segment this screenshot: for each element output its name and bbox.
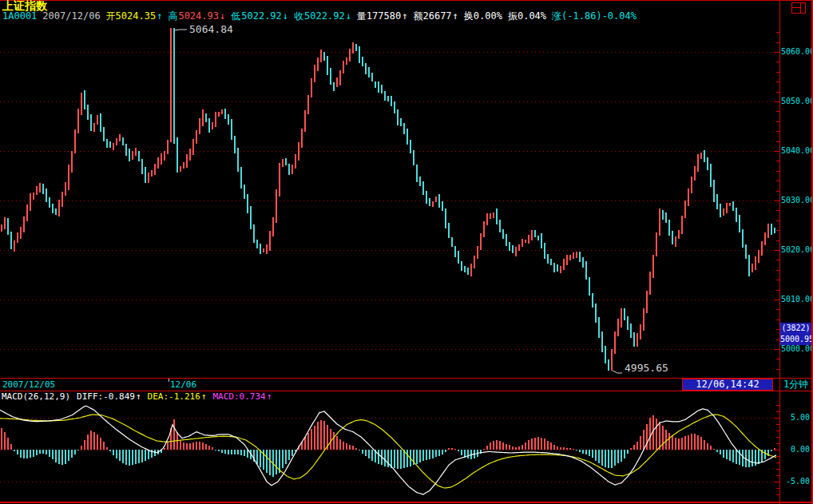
kline-window-icon[interactable]: [791, 2, 806, 14]
quote-segment: 振0.04%: [508, 10, 546, 22]
price-axis-tick: [774, 151, 779, 152]
price-axis-tick: [776, 32, 779, 33]
price-axis-label: 5000.00: [781, 344, 813, 354]
macd-axis-label: -5.00: [781, 477, 810, 486]
price-axis-tick: [776, 171, 779, 172]
price-axis-tick: [776, 111, 779, 112]
price-axis-tick: [776, 329, 779, 330]
quote-segment: DEA:-1.216: [148, 391, 200, 402]
price-axis-tick: [774, 300, 779, 300]
macd-axis-tick: [776, 424, 779, 425]
quote-segment: ↑: [201, 391, 207, 402]
price-axis-tick: [774, 349, 779, 350]
price-axis-line: [779, 0, 780, 504]
candlestick-chart[interactable]: 5064.84 4995.65: [0, 22, 779, 379]
macd-axis-tick: [776, 437, 779, 438]
session-tick-mark: [169, 379, 169, 382]
quote-segment: 低: [231, 10, 240, 22]
price-axis-tick: [776, 339, 779, 340]
quote-segment: ↑: [453, 10, 458, 22]
quote-segment: MACD:0.734: [212, 391, 265, 402]
macd-indicator-panel[interactable]: [0, 391, 779, 502]
price-axis-label: 5050.00: [781, 97, 813, 106]
price-axis-label: 5030.00: [781, 196, 813, 205]
quote-segment: ↓: [283, 10, 288, 22]
quote-segment: MACD(26,12,9): [2, 391, 70, 402]
quote-segment: 开5024.35: [106, 10, 157, 22]
macd-axis-label: 5.00: [781, 413, 810, 423]
macd-axis-tick: [776, 469, 779, 470]
macd-axis-tick: [776, 488, 779, 489]
macd-axis-tick: [776, 475, 779, 476]
price-axis-tick: [776, 81, 779, 82]
quote-summary-bar: 1A00012007/12/06开5024.35↑高5024.93↓低5022.…: [2, 11, 637, 22]
price-axis-tick: [776, 42, 779, 43]
macd-axis-tick: [776, 494, 779, 495]
price-axis-tick: [774, 101, 779, 102]
bottom-border: [0, 502, 813, 503]
price-axis-tick: [776, 181, 779, 181]
price-axis-tick: [774, 200, 779, 201]
macd-axis-label: 0.00: [781, 445, 810, 454]
price-axis-tick: [776, 72, 779, 73]
price-axis-tick: [776, 230, 779, 231]
diff-line: [0, 406, 776, 494]
price-axis-tick: [776, 131, 779, 132]
macd-axis-tick: [774, 450, 779, 450]
quote-segment: 1A0001: [2, 10, 37, 22]
macd-axis-tick: [776, 411, 779, 412]
quote-segment: 收: [294, 10, 303, 22]
price-axis-tick: [776, 319, 779, 320]
macd-axis-tick: [776, 405, 779, 406]
price-axis-label: 5010.00: [781, 295, 813, 304]
macd-readout-bar: MACD(26,12,9)DIFF:-0.849↑DEA:-1.216↑MACD…: [2, 391, 272, 402]
quote-segment: 2007/12/06: [42, 10, 100, 22]
macd-axis-tick: [774, 418, 779, 419]
quote-segment: ↑: [136, 391, 141, 402]
quote-segment: 涨(-1.86)-0.04%: [552, 10, 637, 22]
macd-axis-tick: [776, 443, 779, 444]
date-label-left: 2007/12/05: [2, 379, 55, 390]
annotation-leader-lines: [0, 22, 779, 379]
quote-segment: 5022.92: [241, 10, 282, 22]
quote-segment: 5024.93: [178, 10, 219, 22]
price-axis-tick: [776, 191, 779, 192]
macd-axis-tick: [774, 482, 779, 482]
price-axis-tick: [776, 369, 779, 370]
price-axis-tick: [776, 240, 779, 241]
kline-window-icon-divider2: [792, 7, 800, 8]
quote-segment: DIFF:-0.849: [77, 391, 135, 402]
quote-segment: 高: [168, 10, 177, 22]
quote-segment: ↑: [267, 391, 272, 402]
dea-line: [0, 415, 776, 488]
price-axis-tick: [776, 260, 779, 260]
trading-terminal-window: 上证指数 1A00012007/12/06开5024.35↑高5024.93↓低…: [0, 0, 813, 504]
quote-segment: ↑: [157, 10, 162, 22]
quote-segment: 换0.00%: [464, 10, 502, 22]
macd-axis-tick: [776, 462, 779, 463]
price-axis-label: 5060.00: [781, 47, 813, 57]
macd-axis-tick: [776, 456, 779, 457]
period-selector[interactable]: 1分钟: [780, 379, 811, 390]
price-axis-tick: [776, 290, 779, 291]
price-axis-tick: [774, 250, 779, 251]
price-axis-tick: [776, 270, 779, 271]
bar-count-badge: (3822): [780, 323, 811, 334]
quote-segment: 5022.92: [304, 10, 345, 22]
price-axis-tick: [776, 280, 779, 280]
kline-window-icon-divider: [800, 3, 801, 13]
low-annotation: 4995.65: [625, 363, 668, 374]
top-border: [0, 0, 813, 1]
date-label-mid: 12/06: [170, 379, 196, 390]
quote-segment: ↑: [402, 10, 407, 22]
price-axis-tick: [776, 92, 779, 93]
quote-segment: 额26677: [413, 10, 451, 22]
price-axis-tick: [774, 52, 779, 53]
price-axis-tick: [776, 359, 779, 359]
price-axis-tick: [776, 121, 779, 122]
price-axis-tick: [776, 62, 779, 62]
quote-segment: ↓: [220, 10, 225, 22]
price-axis-tick: [776, 220, 779, 221]
price-axis-label: 5040.00: [781, 146, 813, 156]
last-price-badge: 5000.95: [780, 334, 811, 345]
